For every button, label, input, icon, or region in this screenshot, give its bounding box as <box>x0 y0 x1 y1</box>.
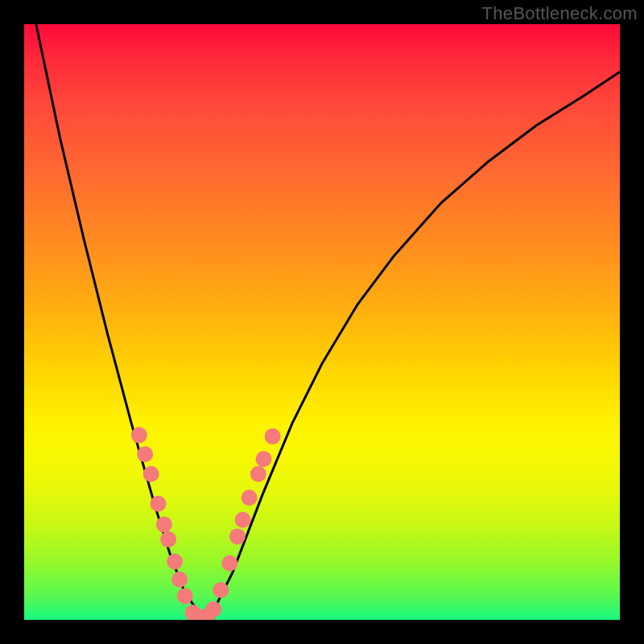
marker-dot <box>205 601 221 617</box>
marker-dot <box>184 605 200 620</box>
curve-svg <box>24 24 620 620</box>
marker-dot <box>221 555 237 572</box>
marker-dot <box>242 489 258 506</box>
marker-dot <box>229 528 246 544</box>
marker-dot <box>171 572 188 588</box>
marker-dot <box>265 428 281 444</box>
plot-area <box>24 24 620 620</box>
marker-dot <box>131 427 147 444</box>
marker-dot <box>213 582 229 598</box>
marker-dot <box>167 554 183 570</box>
chart-container: TheBottleneck.com <box>0 0 644 644</box>
marker-dot <box>156 517 172 533</box>
marker-dot <box>151 496 167 512</box>
marker-dot <box>137 446 153 462</box>
marker-dot <box>256 451 272 467</box>
marker-dot <box>160 531 176 547</box>
watermark-text: TheBottleneck.com <box>482 3 638 24</box>
marker-dot <box>235 512 251 528</box>
marker-dot <box>250 466 266 482</box>
marker-group <box>131 427 281 620</box>
marker-dot <box>143 466 159 482</box>
bottleneck-curve <box>36 24 620 614</box>
marker-dot <box>192 609 208 620</box>
marker-dot <box>177 588 193 604</box>
marker-dot <box>199 609 215 620</box>
